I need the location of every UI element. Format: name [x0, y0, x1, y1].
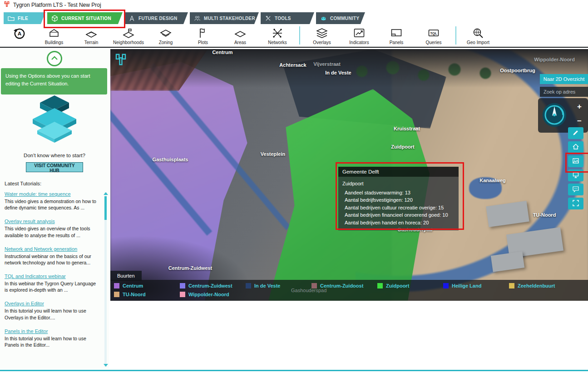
legend-label: Centrum-Zuidwest	[188, 283, 232, 288]
map-label: Centrum	[212, 50, 232, 55]
pencil-icon	[572, 129, 579, 138]
toolbar-item-overlays[interactable]: Overlays	[303, 24, 341, 45]
toolbar-item-label: Panels	[390, 40, 404, 45]
start-hint-text: Don't know where to start?	[0, 153, 109, 158]
tutorial-description: In this tutorial you will learn how to u…	[5, 308, 100, 320]
networks-icon	[272, 26, 283, 40]
chat-button[interactable]	[568, 184, 583, 195]
tooltip-title: Gemeente Delft	[338, 167, 459, 177]
tab-label: MULTI STAKEHOLDER	[204, 16, 255, 21]
toolbar-item-label: Queries	[425, 40, 441, 45]
tutorial-link[interactable]: Water module: time sequence	[5, 191, 71, 197]
legend-item: Zeeheldenbuurt	[509, 283, 575, 288]
tooltip-row: Aantal bedrijfsvestigingen: 120	[342, 196, 455, 204]
tab-current-situation[interactable]: CURRENT SITUATION	[47, 12, 123, 24]
plots-icon	[197, 26, 209, 40]
legend-swatch	[377, 283, 383, 288]
toolbar-item-plots[interactable]: Plots	[184, 24, 222, 45]
map-label: Gashouderpad	[397, 227, 433, 232]
tab-multi-stakeholder[interactable]: MULTI STAKEHOLDER	[190, 12, 259, 24]
tooltip-row: Aantal bedrijven cultuur recreatie overi…	[342, 204, 455, 212]
map-legend: CentrumCentrum-ZuidwestIn de VesteCentru…	[110, 280, 588, 301]
map-3d-viewport[interactable]: CentrumAchtersackVijverstraatIn de Veste…	[110, 49, 588, 301]
visit-community-hub-button[interactable]: VISIT COMMUNITY HUB	[26, 162, 83, 172]
image-icon	[572, 157, 579, 166]
legend-label: Wippolder-Noord	[188, 292, 229, 297]
toolbar-item-neighborhoods[interactable]: Neighborhoods	[110, 24, 147, 45]
map-label: Kanaalweg	[479, 178, 505, 183]
tutorial-item: Water module: time sequenceThis video gi…	[5, 189, 100, 211]
tutorial-link[interactable]: Network and Network generation	[5, 246, 77, 252]
tutorial-description: In this tutorial you will learn how to u…	[5, 335, 100, 348]
legend-item: TU-Noord	[114, 292, 180, 297]
edit-button[interactable]	[568, 127, 583, 139]
tutorials-list: Water module: time sequenceThis video gi…	[5, 189, 100, 369]
fullscreen-button[interactable]	[568, 198, 583, 209]
tab-tools[interactable]: TOOLS	[261, 12, 314, 24]
home-button[interactable]	[568, 141, 583, 153]
tab-community[interactable]: COMMUNITY	[316, 12, 365, 24]
legend-item: Heilige Land	[443, 283, 509, 288]
sidebar-collapse-button[interactable]	[47, 51, 62, 66]
legend-label: Centrum	[123, 283, 143, 288]
screenshot-button[interactable]	[568, 155, 583, 167]
address-search-input[interactable]	[540, 87, 588, 97]
scroll-up-icon	[104, 192, 108, 195]
toolbar-item-geo-import[interactable]: Geo Import	[460, 24, 497, 45]
tutorial-item: Network and Network generationInstructio…	[5, 244, 100, 266]
fullscreen-icon	[572, 199, 579, 208]
tutorial-description: This video gives an overview of the tool…	[5, 225, 100, 238]
tooltip-row: Aantal bedrijven handel en horeca: 20	[342, 219, 455, 227]
map-label: In de Veste	[325, 70, 351, 75]
toolbar-item-buildings[interactable]: Buildings	[35, 24, 73, 45]
tql-icon: TQL	[428, 26, 440, 40]
tutorial-link[interactable]: TQL and Indicators webinar	[5, 274, 66, 279]
map-label: Centrum-Zuidwest	[168, 265, 212, 271]
map-label: Gasthuisplaats	[153, 157, 188, 162]
tutorial-description: This video gives a demonstration on how …	[5, 198, 100, 211]
map-region-in-de-veste	[283, 49, 446, 129]
toolbar-item-zoning[interactable]: Zoning	[147, 24, 184, 45]
tutorial-link[interactable]: Overlay result analysis	[5, 219, 55, 224]
sidebar-intro-text: Using the Options above you can start ed…	[1, 68, 107, 94]
tygron-logo-icon	[4, 1, 10, 9]
legend-label: Zuidpoort	[386, 283, 409, 288]
to-2d-overview-button[interactable]: Naar 2D Overzicht	[540, 74, 588, 84]
scrollbar-thumb[interactable]	[104, 196, 107, 220]
map-pond	[469, 177, 502, 199]
tutorials-scrollbar[interactable]	[104, 192, 107, 367]
tools-icon	[265, 15, 272, 22]
tab-file[interactable]: FILE	[4, 12, 45, 24]
panel-button[interactable]	[568, 169, 583, 181]
zoom-in-button[interactable]: +	[573, 101, 585, 113]
tab-future-design[interactable]: FUTURE DESIGN	[124, 12, 188, 24]
tooltip-rows: Aandeel stadsverwarming: 13Aantal bedrij…	[342, 189, 455, 227]
toolbar-item-session[interactable]: A	[4, 24, 35, 40]
map-label: Vesteplein	[261, 151, 285, 157]
toolbar-item-label: Networks	[268, 40, 287, 45]
tutorial-link[interactable]: Panels in the Editor	[5, 328, 48, 334]
tutorial-description: Instructional webinar on the basics of o…	[5, 253, 100, 266]
map-rooftops	[110, 49, 208, 91]
toolbar-item-indicators[interactable]: Indicators	[341, 24, 378, 45]
map-canal-west-1	[110, 99, 212, 236]
zoom-out-button[interactable]: −	[573, 115, 585, 127]
tutorial-link[interactable]: Overlays in Editor	[5, 301, 44, 306]
toolbar-separator	[299, 26, 300, 45]
map-region-zuidpoort	[247, 89, 464, 301]
map-button-column	[568, 127, 583, 209]
terrain-icon	[85, 26, 97, 40]
legend-swatch	[180, 283, 185, 288]
toolbar-item-terrain[interactable]: Terrain	[73, 24, 110, 45]
circled-a-icon: A	[13, 26, 26, 40]
toolbar-item-queries[interactable]: TQLQueries	[415, 24, 452, 45]
toolbar-item-networks[interactable]: Networks	[259, 24, 296, 45]
toolbar-item-panels[interactable]: Panels	[378, 24, 415, 45]
svg-text:A: A	[18, 30, 22, 37]
toolbar-item-label: Terrain	[84, 40, 99, 45]
map-tooltip: Gemeente Delft Zuidpoort Aandeel stadsve…	[338, 167, 459, 230]
legend-item: Centrum	[114, 283, 180, 288]
toolbar-item-areas[interactable]: Areas	[222, 24, 259, 45]
compass-control[interactable]	[542, 102, 568, 129]
map-shadow-bottom-left	[110, 235, 251, 301]
